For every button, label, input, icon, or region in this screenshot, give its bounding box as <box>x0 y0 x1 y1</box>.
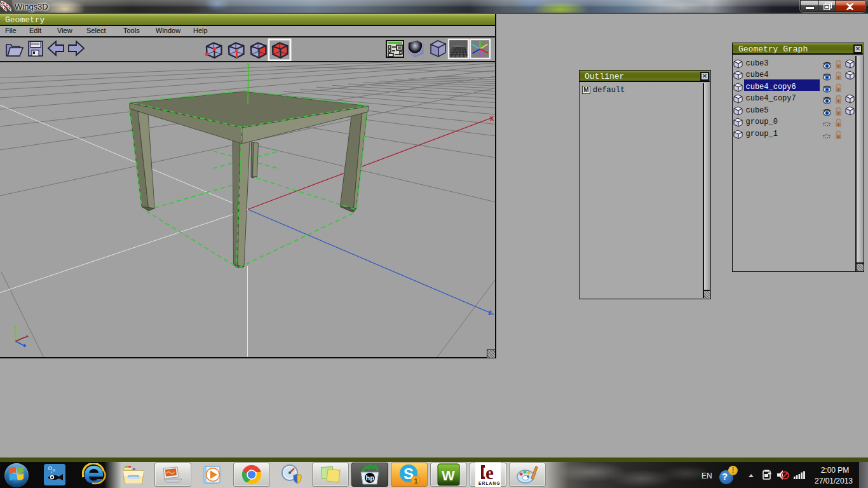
svg-text:1: 1 <box>414 477 418 485</box>
svg-text:W: W <box>442 468 455 484</box>
svg-text:Z: Z <box>488 310 492 317</box>
svg-text:e: e <box>485 463 494 483</box>
svg-text:X: X <box>490 116 494 123</box>
svg-text:ERLANG: ERLANG <box>478 481 501 485</box>
svg-text:Y: Y <box>247 62 250 69</box>
svg-text:hp: hp <box>366 474 375 482</box>
